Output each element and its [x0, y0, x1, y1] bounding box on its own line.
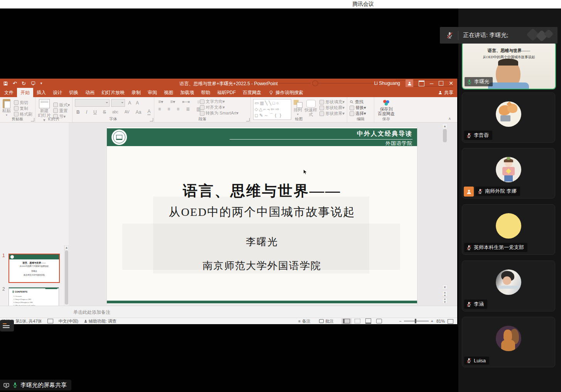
participant-name-chip: 李昔蓉 [464, 131, 492, 140]
notes-toggle-button[interactable]: ≡备注 [298, 318, 311, 324]
video-tile[interactable]: 李涵 [462, 261, 555, 311]
restore-button[interactable] [439, 81, 443, 86]
minimize-button[interactable]: ─ [430, 81, 433, 86]
thumbnail-scroll-thumb[interactable] [65, 251, 68, 305]
meeting-floating-list-button[interactable] [0, 320, 14, 331]
slide-scrollbar[interactable]: ▲ ▼ ▲▲ ▼▼ [442, 123, 448, 305]
slide-canvas[interactable]: 中外人文经典导读 外国语学院 语言、思维与世界—— 从OED中的两个中国城市故事… [107, 127, 417, 305]
numbering-icon[interactable]: ≡▾ [170, 99, 175, 104]
align-text-button[interactable]: 对齐文本 ▾ [200, 104, 238, 110]
tab-transitions[interactable]: 切换 [66, 88, 82, 97]
normal-view-button[interactable] [341, 318, 351, 324]
font-color-button[interactable]: A [147, 109, 150, 115]
mic-active-icon [12, 382, 18, 388]
align-center-icon[interactable]: ≡ [167, 106, 170, 112]
tab-view[interactable]: 视图 [161, 88, 177, 97]
tab-record[interactable]: 录制 [128, 88, 144, 97]
collapse-ribbon-button[interactable]: ∧ [448, 116, 451, 121]
strikethrough-button[interactable]: S [103, 109, 106, 115]
character-spacing-button[interactable]: AV [125, 110, 130, 114]
clipboard-dialog-launcher[interactable] [31, 118, 34, 121]
font-name-input[interactable] [75, 99, 110, 107]
zoom-out-button[interactable]: − [399, 319, 401, 323]
previous-slide-button[interactable]: ▲▲ [442, 291, 448, 297]
tab-baidu-netdisk[interactable]: 百度网盘 [239, 88, 265, 97]
share-button[interactable]: 共享 [438, 89, 453, 96]
smartart-button[interactable]: 转换为 SmartArt ▾ [200, 110, 238, 116]
tab-home[interactable]: 开始 [17, 88, 33, 97]
slide-affiliation: 南京师范大学外国语学院 [107, 259, 417, 273]
cut-button[interactable]: 剪切 [14, 100, 32, 106]
video-tile[interactable]: 英师本科生第一党支部 [462, 204, 555, 255]
slide-sorter-view-button[interactable] [352, 318, 362, 324]
account-name[interactable]: Li Shuguang [374, 81, 400, 86]
tab-animations[interactable]: 动画 [82, 88, 98, 97]
text-direction-button[interactable]: 文字方向 ▾ [200, 99, 238, 104]
paragraph-dialog-launcher[interactable] [246, 118, 250, 121]
scroll-down-arrow[interactable]: ▼ [442, 284, 448, 289]
screen-share-banner[interactable]: 李曙光的屏幕共享 [0, 380, 71, 390]
copy-button[interactable]: 复制 [14, 106, 32, 111]
slide-thumbnail-1[interactable]: 语言、思维与世界—— 从OED中的两个中国城市故事说起 李曙光 南京师范大学外国… [8, 254, 60, 283]
change-case-button[interactable]: Aa [135, 109, 141, 115]
video-tile[interactable]: 李昔蓉 [462, 93, 555, 143]
video-tile-speaker[interactable]: 语言、思维与世界—— 从OED中的两个中国城市故事说起 李曙光 [462, 42, 556, 89]
shrink-font-button[interactable]: A [136, 100, 139, 106]
fit-to-window-button[interactable] [448, 319, 453, 324]
scroll-thumb[interactable] [443, 129, 447, 142]
account-avatar[interactable] [406, 79, 413, 87]
save-to-baidu-button[interactable]: 保存到 百度网盘 [377, 99, 396, 116]
grow-font-button[interactable]: A [128, 100, 131, 106]
comments-toggle-button[interactable]: 批注 [319, 318, 334, 324]
reading-view-button[interactable] [363, 318, 373, 324]
notes-pane[interactable]: 单击此处添加备注 [0, 306, 457, 318]
video-tile[interactable]: 南师外院 李娜 [462, 148, 555, 199]
arrange-button[interactable]: 排列▾ [294, 100, 302, 117]
screen-share-icon [3, 382, 10, 389]
font-size-input[interactable] [111, 99, 125, 107]
display-settings-icon[interactable] [47, 319, 53, 323]
shape-fill-button[interactable]: 形状填充 ▾ [319, 99, 345, 105]
ribbon-display-options-icon[interactable] [419, 81, 424, 86]
indent-icons[interactable]: ⇤⇥ [182, 99, 190, 104]
justify-icon[interactable]: ≣ [186, 106, 190, 112]
select-button[interactable]: 选择 ▾ [350, 111, 372, 116]
tab-foxit-pdf[interactable]: 福昕PDF [214, 88, 239, 97]
replace-button[interactable]: 替换 ▾ [350, 105, 372, 111]
tab-design[interactable]: 设计 [49, 88, 66, 97]
scroll-up-arrow[interactable]: ▲ [442, 123, 448, 129]
paste-button[interactable]: 粘贴▾ [2, 99, 11, 118]
zoom-in-button[interactable]: + [431, 319, 433, 323]
tab-file[interactable]: 文件 [1, 88, 17, 97]
reset-button[interactable]: 重置 [53, 108, 70, 114]
next-slide-button[interactable]: ▼▼ [442, 298, 448, 304]
thumbnail-scroll-up-arrow[interactable]: ▲ [64, 245, 69, 251]
shape-effects-button[interactable]: 形状效果 ▾ [319, 111, 345, 116]
close-button[interactable]: ✕ [449, 80, 453, 86]
tab-help[interactable]: 帮助 [198, 88, 214, 97]
italic-button[interactable]: I [86, 109, 87, 115]
tab-insert[interactable]: 插入 [33, 88, 49, 97]
shape-outline-button[interactable]: 形状轮廓 ▾ [319, 105, 345, 111]
bold-button[interactable]: B [76, 109, 80, 115]
zoom-level[interactable]: 81% [436, 319, 445, 323]
layout-button[interactable]: 版式 ▾ [53, 102, 70, 108]
language-indicator[interactable]: 中文(中国) [59, 318, 78, 324]
shadow-button[interactable]: abc [112, 110, 118, 114]
tab-addins[interactable]: 加载项 [177, 88, 198, 97]
zoom-slider[interactable] [404, 321, 429, 321]
align-left-icon[interactable]: ≡ [158, 106, 161, 112]
underline-button[interactable]: U [93, 109, 97, 115]
accessibility-checker[interactable]: 辅助功能: 调查 [84, 318, 117, 324]
font-dialog-launcher[interactable] [150, 118, 153, 121]
slideshow-view-button[interactable] [374, 318, 384, 324]
align-right-icon[interactable]: ≡ [177, 106, 179, 112]
tab-slideshow[interactable]: 幻灯片放映 [98, 88, 128, 97]
tab-review[interactable]: 审阅 [144, 88, 161, 97]
bullets-icon[interactable]: ≡▾ [158, 99, 163, 104]
tell-me-search[interactable]: 操作说明搜索 [269, 89, 303, 96]
quick-styles-button[interactable]: 快速样式 [304, 100, 318, 117]
find-button[interactable]: 查找 [350, 99, 372, 105]
video-tile[interactable]: Luisa [462, 317, 555, 367]
avatar [496, 101, 521, 127]
